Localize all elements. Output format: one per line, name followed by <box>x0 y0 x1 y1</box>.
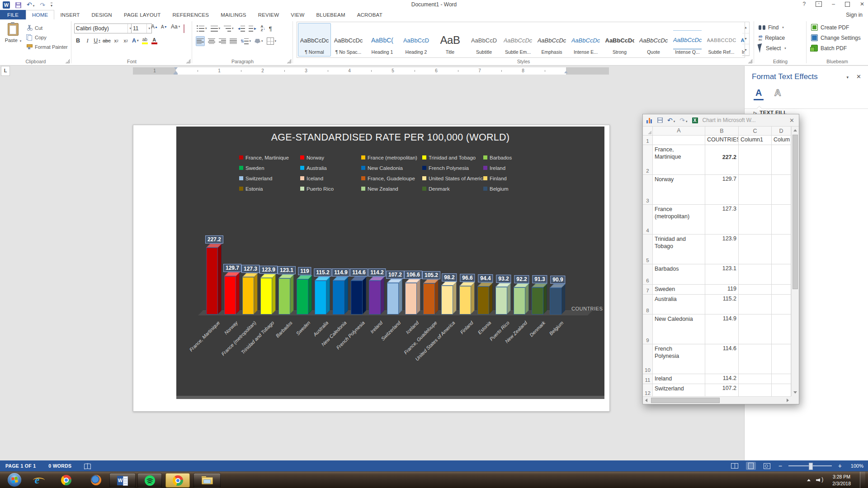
cell-a7[interactable]: Sweden <box>653 285 705 294</box>
cell-a5[interactable]: Trinidad and Tobago <box>653 235 705 264</box>
sheet-row-12[interactable]: 12Switzerland107.2 <box>643 384 791 396</box>
style-normal[interactable]: AaBbCcDc¶ Normal <box>298 23 331 56</box>
ribbon-tab-review[interactable]: REVIEW <box>252 10 285 19</box>
cell-d1[interactable]: Colum <box>772 136 791 145</box>
shrink-font-button[interactable]: A▼ <box>161 24 169 29</box>
cell-b8[interactable]: 115.2 <box>705 295 739 314</box>
ribbon-tab-acrobat[interactable]: ACROBAT <box>351 10 388 19</box>
copy-button[interactable]: Copy <box>26 33 68 42</box>
chart-bar-france-metropolitan[interactable] <box>242 277 254 314</box>
cell-c5[interactable] <box>739 235 772 264</box>
cell-b10[interactable]: 114.6 <box>705 344 739 374</box>
print-layout-button[interactable] <box>746 462 756 470</box>
web-layout-button[interactable] <box>762 462 772 470</box>
start-button[interactable] <box>7 473 22 487</box>
align-left-button[interactable] <box>196 36 205 46</box>
sheet-row-6[interactable]: 6Barbados123.1 <box>643 264 791 285</box>
hscroll-thumb[interactable] <box>651 398 720 403</box>
find-button[interactable]: Find▾ <box>759 22 786 33</box>
zoom-out-button[interactable]: − <box>778 462 782 469</box>
cell-d5[interactable] <box>772 235 791 264</box>
bold-button[interactable]: B <box>74 36 82 45</box>
sheet-grid[interactable]: ABCD1COUNTRIESColumn1Colum2France, Marti… <box>643 127 791 396</box>
ribbon-tab-mailings[interactable]: MAILINGS <box>215 10 252 19</box>
sheet-redo-icon[interactable]: ↷▾ <box>679 117 687 124</box>
line-spacing-button[interactable]: ⇅▾ <box>240 37 251 46</box>
style-emphasis[interactable]: AaBbCcDcEmphasis <box>535 23 568 56</box>
sort-button[interactable]: AZ↓ <box>260 24 265 33</box>
sheet-row-10[interactable]: 10French Polynesia114.6 <box>643 344 791 374</box>
sheet-row-5[interactable]: 5Trinidad and Tobago123.9 <box>643 235 791 264</box>
cell-c12[interactable] <box>739 384 772 396</box>
style-subtitle[interactable]: AaBbCcDSubtitle <box>467 23 500 56</box>
style-intense-q[interactable]: AaBbCcDcIntense Q... <box>671 23 704 56</box>
change-case-button[interactable]: Aa▾ <box>171 23 180 30</box>
select-button[interactable]: Select▾ <box>759 43 786 53</box>
taskbar-word-running[interactable]: W <box>109 473 136 488</box>
sheet-row-9[interactable]: 9New Caledonia114.9 <box>643 314 791 344</box>
cell-b12[interactable]: 107.2 <box>705 384 739 396</box>
cell-b1[interactable]: COUNTRIES <box>705 136 739 145</box>
cell-b7[interactable]: 119 <box>705 285 739 294</box>
style-strong[interactable]: AaBbCcDcStrong <box>603 23 636 56</box>
edit-in-excel-icon[interactable] <box>692 117 698 123</box>
zoom-slider-thumb[interactable] <box>809 463 813 470</box>
style-intense-e[interactable]: AaBbCcDcIntense E... <box>569 23 602 56</box>
italic-button[interactable]: I <box>84 36 91 45</box>
ribbon-tab-bluebeam[interactable]: BLUEBEAM <box>310 10 351 19</box>
minimize-icon[interactable]: – <box>832 1 835 7</box>
cut-button[interactable]: Cut <box>26 23 68 33</box>
left-indent-marker[interactable] <box>174 73 178 75</box>
chart-bar-belgium[interactable] <box>550 288 561 314</box>
style-no-spac[interactable]: AaBbCcDc¶ No Spac... <box>332 23 365 56</box>
pane-tab-text-fill-outline[interactable]: A <box>754 88 764 100</box>
format-painter-button[interactable]: Format Painter <box>26 42 68 52</box>
cell-c8[interactable] <box>739 295 772 314</box>
right-indent-marker[interactable] <box>564 71 568 73</box>
pane-close-icon[interactable]: ✕ <box>856 73 861 80</box>
cell-a1[interactable] <box>653 136 705 145</box>
vscroll-thumb[interactable] <box>793 135 798 289</box>
ribbon-tab-design[interactable]: DESIGN <box>86 10 118 19</box>
create-pdf-button[interactable]: Create PDF <box>811 22 861 33</box>
replace-button[interactable]: abacReplace <box>759 33 786 43</box>
chart-bar-puerto-rico[interactable] <box>495 287 507 314</box>
multilevel-list-button[interactable]: ▾ <box>223 24 234 33</box>
chart-bar-french-polynesia[interactable] <box>351 281 363 314</box>
cell-d12[interactable] <box>772 384 791 396</box>
sheet-row-1[interactable]: 1COUNTRIESColumn1Colum <box>643 136 791 145</box>
justify-button[interactable] <box>229 37 237 46</box>
styles-scroll-down-icon[interactable]: ▼ <box>742 33 749 45</box>
cell-b5[interactable]: 123.9 <box>705 235 739 264</box>
pane-tab-text-effects[interactable]: A <box>773 88 783 98</box>
zoom-slider[interactable] <box>788 465 832 466</box>
proofing-icon[interactable] <box>84 464 91 469</box>
chart-bar-sweden[interactable] <box>297 279 308 314</box>
cell-d9[interactable] <box>772 314 791 344</box>
show-desktop-button[interactable] <box>860 472 865 488</box>
clipboard-dialog-launcher-icon[interactable] <box>66 59 70 63</box>
chart-object[interactable]: AGE-STANDARDISED RATE PER 100,000 (WORLD… <box>176 127 604 399</box>
sheet-row-2[interactable]: 2France, Martinique227.2 <box>643 145 791 175</box>
styles-dialog-launcher-icon[interactable] <box>748 59 752 63</box>
column-header-a[interactable]: A <box>653 127 705 135</box>
restore-icon[interactable] <box>845 2 850 7</box>
cell-c9[interactable] <box>739 314 772 344</box>
font-family-combo[interactable]: Calibri (Body)▾ <box>74 23 133 33</box>
chart-bar-barbados[interactable] <box>278 278 290 314</box>
cell-a4[interactable]: France (metropolitan) <box>653 205 705 234</box>
cell-a10[interactable]: French Polynesia <box>653 344 705 374</box>
cell-a6[interactable]: Barbados <box>653 264 705 284</box>
paste-button[interactable]: Paste ▾ <box>3 23 24 56</box>
chart-bar-denmark[interactable] <box>532 287 543 314</box>
sheet-row-3[interactable]: 3Norway129.7 <box>643 175 791 205</box>
cell-a11[interactable]: Ireland <box>653 374 705 384</box>
chart-bar-ireland[interactable] <box>369 281 381 314</box>
style-heading-2[interactable]: AaBbCcDHeading 2 <box>400 23 433 56</box>
cell-d3[interactable] <box>772 175 791 204</box>
cell-d6[interactable] <box>772 264 791 284</box>
chart-bar-united-states-of-america[interactable] <box>441 286 453 314</box>
tab-selector[interactable]: L <box>1 66 10 76</box>
cell-a8[interactable]: Australia <box>653 295 705 314</box>
clear-formatting-button[interactable] <box>184 25 184 33</box>
